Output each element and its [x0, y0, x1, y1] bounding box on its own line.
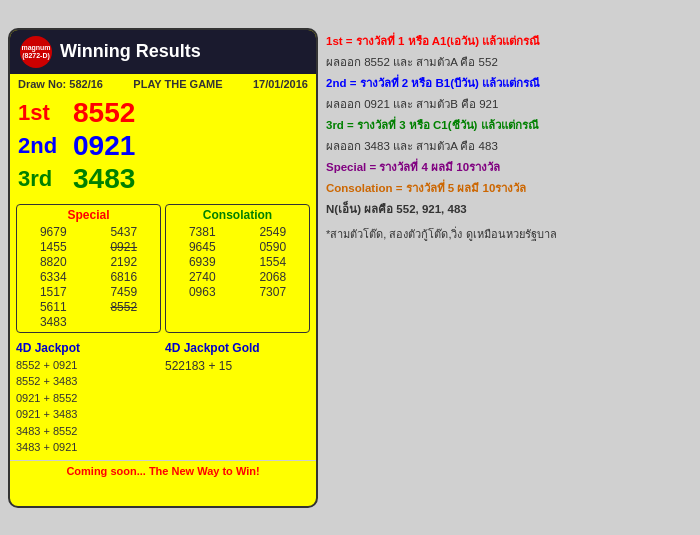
consolation-numbers: 7381 2549 9645 0590 6939 1554 2740 2068 … [169, 225, 306, 299]
ann-1-text: 1st = รางวัลที่ 1 หรือ A1(เอวัน) แล้วแต่… [326, 35, 540, 47]
main-container: magnum (8272-D) Winning Results Draw No:… [0, 20, 700, 516]
footer-note: *สามตัวโต๊ด, สองตัวกู้โต๊ด,วิ่ง ดูเหมือน… [326, 225, 692, 243]
ann-2-text: ผลออก 8552 และ สามตัวA คือ 552 [326, 56, 498, 68]
ann-3: 2nd = รางวัลที่ 2 หรือ B1(บีวัน) แล้วแต่… [326, 75, 692, 91]
first-label: 1st [18, 100, 73, 126]
jackpot-gold-entries: 522183 + 15 [165, 357, 310, 375]
play-label: PLAY THE GAME [133, 78, 222, 90]
special-num-14 [91, 315, 158, 329]
jackpot-gold-box: 4D Jackpot Gold 522183 + 15 [165, 341, 310, 456]
special-num-2: 5437 [91, 225, 158, 239]
special-num-1: 9679 [20, 225, 87, 239]
results-section: 1st 8552 2nd 0921 3rd 3483 [10, 94, 316, 200]
right-panel: 1st = รางวัลที่ 1 หรือ A1(เอวัน) แล้วแต่… [326, 28, 692, 244]
ann-7: Special = รางวัลที่ 4 ผลมี 10รางวัล [326, 159, 692, 175]
magnum-logo: magnum (8272-D) [20, 36, 52, 68]
ann-5: 3rd = รางวัลที่ 3 หรือ C1(ซีวัน) แล้วแต่… [326, 117, 692, 133]
jg1: 522183 + 15 [165, 357, 310, 375]
con-num-2: 2549 [240, 225, 307, 239]
second-result-row: 2nd 0921 [18, 130, 308, 162]
first-result-row: 1st 8552 [18, 97, 308, 129]
ann-7-text: Special = รางวัลที่ 4 ผลมี 10รางวัล [326, 161, 500, 173]
third-label: 3rd [18, 166, 73, 192]
prizes-grid: Special 9679 5437 1455 0921 8820 2192 63… [10, 200, 316, 337]
special-num-13: 3483 [20, 315, 87, 329]
jackpot-title: 4D Jackpot [16, 341, 161, 355]
special-numbers: 9679 5437 1455 0921 8820 2192 6334 6816 … [20, 225, 157, 329]
first-number: 8552 [73, 97, 135, 129]
ann-8: Consolation = รางวัลที่ 5 ผลมี 10รางวัล [326, 180, 692, 196]
con-num-3: 9645 [169, 240, 236, 254]
ann-3-text: 2nd = รางวัลที่ 2 หรือ B1(บีวัน) แล้วแต่… [326, 77, 540, 89]
special-num-10: 7459 [91, 285, 158, 299]
special-num-3: 1455 [20, 240, 87, 254]
draw-date: 17/01/2016 [253, 78, 308, 90]
second-label: 2nd [18, 133, 73, 159]
third-result-row: 3rd 3483 [18, 163, 308, 195]
con-num-9: 0963 [169, 285, 236, 299]
jackpot-box: 4D Jackpot 8552 + 0921 8552 + 3483 0921 … [16, 341, 161, 456]
ann-9-text: N(เอ็น) ผลคือ 552, 921, 483 [326, 203, 467, 215]
ann-9: N(เอ็น) ผลคือ 552, 921, 483 [326, 201, 692, 217]
con-num-6: 1554 [240, 255, 307, 269]
special-num-8: 6816 [91, 270, 158, 284]
j6: 3483 + 0921 [16, 439, 161, 456]
special-num-12: 8552 [91, 300, 158, 314]
third-number: 3483 [73, 163, 135, 195]
con-num-1: 7381 [169, 225, 236, 239]
j5: 3483 + 8552 [16, 423, 161, 440]
consolation-box: Consolation 7381 2549 9645 0590 6939 155… [165, 204, 310, 333]
ann-4-text: ผลออก 0921 และ สามตัวB คือ 921 [326, 98, 498, 110]
special-num-6: 2192 [91, 255, 158, 269]
jackpot-section: 4D Jackpot 8552 + 0921 8552 + 3483 0921 … [10, 337, 316, 460]
j2: 8552 + 3483 [16, 373, 161, 390]
card-header: magnum (8272-D) Winning Results [10, 30, 316, 74]
con-num-10: 7307 [240, 285, 307, 299]
special-num-5: 8820 [20, 255, 87, 269]
jackpot-gold-title: 4D Jackpot Gold [165, 341, 310, 355]
ann-4: ผลออก 0921 และ สามตัวB คือ 921 [326, 96, 692, 112]
j4: 0921 + 3483 [16, 406, 161, 423]
con-num-4: 0590 [240, 240, 307, 254]
ann-2: ผลออก 8552 และ สามตัวA คือ 552 [326, 54, 692, 70]
con-num-5: 6939 [169, 255, 236, 269]
con-num-8: 2068 [240, 270, 307, 284]
special-num-7: 6334 [20, 270, 87, 284]
jackpot-entries: 8552 + 0921 8552 + 3483 0921 + 8552 0921… [16, 357, 161, 456]
special-title: Special [20, 208, 157, 222]
card-title: Winning Results [60, 41, 201, 62]
ann-8-text: Consolation = รางวัลที่ 5 ผลมี 10รางวัล [326, 182, 526, 194]
special-num-11: 5611 [20, 300, 87, 314]
special-box: Special 9679 5437 1455 0921 8820 2192 63… [16, 204, 161, 333]
coming-soon: Coming soon... The New Way to Win! [10, 460, 316, 481]
draw-info: Draw No: 582/16 PLAY THE GAME 17/01/2016 [10, 74, 316, 94]
con-num-7: 2740 [169, 270, 236, 284]
j1: 8552 + 0921 [16, 357, 161, 374]
ann-6: ผลออก 3483 และ สามตัวA คือ 483 [326, 138, 692, 154]
ann-6-text: ผลออก 3483 และ สามตัวA คือ 483 [326, 140, 498, 152]
special-num-9: 1517 [20, 285, 87, 299]
lottery-card: magnum (8272-D) Winning Results Draw No:… [8, 28, 318, 508]
ann-5-text: 3rd = รางวัลที่ 3 หรือ C1(ซีวัน) แล้วแต่… [326, 119, 539, 131]
second-number: 0921 [73, 130, 135, 162]
ann-1: 1st = รางวัลที่ 1 หรือ A1(เอวัน) แล้วแต่… [326, 33, 692, 49]
consolation-title: Consolation [169, 208, 306, 222]
j3: 0921 + 8552 [16, 390, 161, 407]
draw-number: Draw No: 582/16 [18, 78, 103, 90]
special-num-4: 0921 [91, 240, 158, 254]
